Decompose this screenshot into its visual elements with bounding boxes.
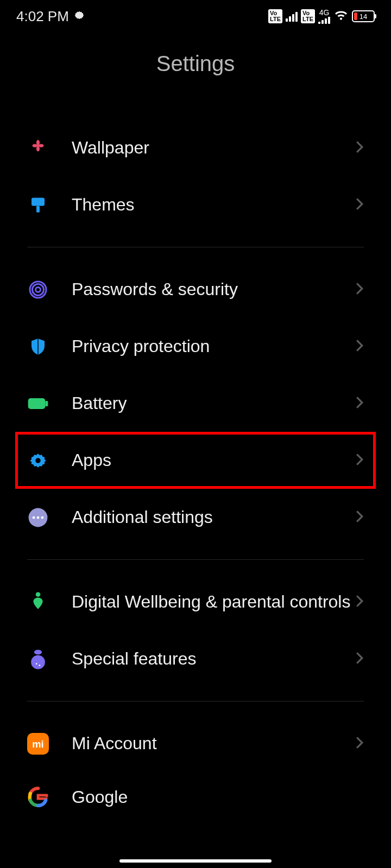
svg-rect-5: [28, 398, 46, 409]
svg-point-7: [35, 458, 41, 463]
item-label: Google: [72, 787, 364, 807]
wifi-icon: [333, 8, 349, 25]
settings-item-special-features[interactable]: Special features: [0, 630, 391, 687]
item-label: Wallpaper: [72, 138, 355, 158]
svg-point-15: [36, 663, 37, 665]
battery-icon: 14: [352, 10, 375, 22]
chevron-right-icon: [355, 395, 364, 412]
settings-item-wallpaper[interactable]: Wallpaper: [0, 119, 391, 176]
signal-icon-1: [286, 11, 298, 22]
svg-point-3: [33, 284, 44, 295]
volte-icon-1: VoLTE: [268, 9, 282, 23]
item-label: Privacy protection: [72, 336, 355, 356]
home-indicator[interactable]: [119, 859, 272, 863]
dots-icon: [27, 507, 49, 528]
settings-list: Wallpaper Themes Passwords & security Pr…: [0, 119, 391, 808]
chevron-right-icon: [355, 339, 364, 355]
signal-icon-2: [318, 16, 330, 24]
settings-item-battery[interactable]: Battery: [0, 375, 391, 432]
item-label: Mi Account: [72, 733, 355, 754]
flask-icon: [27, 648, 49, 670]
chevron-right-icon: [355, 651, 364, 667]
svg-point-12: [36, 592, 41, 597]
svg-point-2: [36, 287, 41, 292]
svg-point-14: [31, 655, 45, 669]
item-label: Themes: [72, 195, 355, 215]
settings-item-additional-settings[interactable]: Additional settings: [0, 489, 391, 546]
svg-point-11: [41, 516, 44, 519]
item-label: Additional settings: [72, 507, 355, 527]
chevron-right-icon: [355, 140, 364, 156]
chevron-right-icon: [355, 736, 364, 752]
volte-icon-2: VoLTE: [301, 9, 315, 23]
network-type-label: 4G: [319, 9, 330, 16]
status-time: 4:02 PM: [16, 8, 69, 25]
svg-rect-1: [36, 206, 40, 212]
settings-item-themes[interactable]: Themes: [0, 176, 391, 233]
chevron-right-icon: [355, 452, 364, 469]
chevron-right-icon: [355, 509, 364, 526]
divider: [27, 559, 364, 560]
brush-icon: [27, 194, 49, 216]
settings-item-privacy-protection[interactable]: Privacy protection: [0, 318, 391, 375]
svg-point-13: [34, 649, 42, 654]
settings-item-mi-account[interactable]: mi Mi Account: [0, 715, 391, 772]
settings-item-digital-wellbeing[interactable]: Digital Wellbeing & parental controls: [0, 573, 391, 630]
svg-point-10: [37, 516, 40, 519]
svg-point-16: [39, 665, 40, 666]
person-heart-icon: [27, 591, 49, 613]
chevron-right-icon: [355, 594, 364, 610]
svg-text:mi: mi: [32, 738, 43, 749]
shield-icon: [27, 336, 49, 358]
item-label: Apps: [72, 450, 355, 470]
settings-item-apps[interactable]: Apps: [15, 432, 376, 489]
item-label: Digital Wellbeing & parental controls: [72, 591, 355, 614]
svg-point-9: [33, 516, 35, 519]
flower-icon: [27, 137, 49, 159]
settings-item-google[interactable]: Google: [0, 772, 391, 808]
battery-icon: [27, 393, 49, 414]
battery-level: 14: [360, 12, 367, 21]
settings-icon: [73, 8, 85, 25]
item-label: Special features: [72, 649, 355, 669]
chevron-right-icon: [355, 197, 364, 213]
google-icon: [27, 786, 49, 808]
svg-rect-0: [31, 197, 45, 206]
status-right: VoLTE VoLTE 4G 14: [268, 8, 375, 25]
item-label: Passwords & security: [72, 279, 355, 299]
status-bar: 4:02 PM VoLTE VoLTE 4G 14: [0, 0, 391, 33]
settings-item-passwords-security[interactable]: Passwords & security: [0, 261, 391, 318]
item-label: Battery: [72, 393, 355, 413]
divider: [27, 701, 364, 701]
chevron-right-icon: [355, 282, 364, 298]
fingerprint-icon: [27, 279, 49, 301]
mi-icon: mi: [27, 733, 49, 755]
gear-icon: [27, 450, 49, 471]
svg-rect-6: [45, 401, 48, 406]
page-title: Settings: [0, 52, 391, 76]
status-left: 4:02 PM: [16, 8, 85, 25]
divider: [27, 247, 364, 247]
